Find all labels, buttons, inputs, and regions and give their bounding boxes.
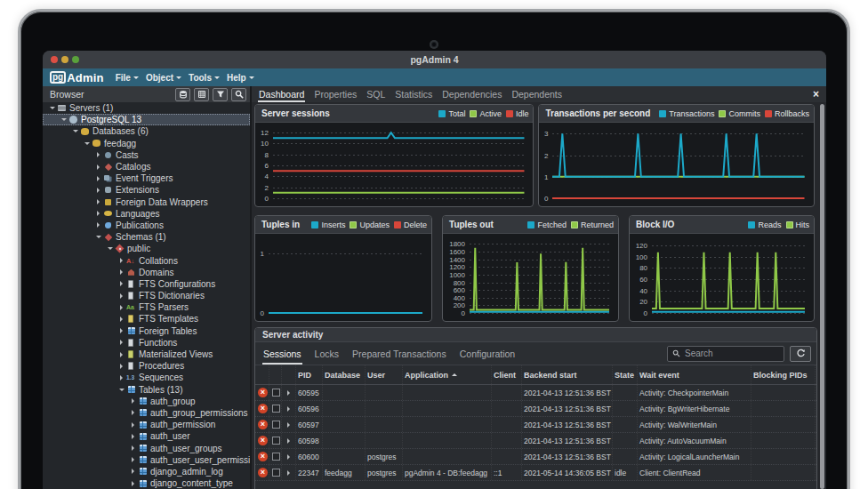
expand-row-icon[interactable]: [287, 422, 293, 428]
terminate-session-icon[interactable]: ×: [258, 468, 268, 477]
expand-row-icon[interactable]: [287, 454, 293, 460]
menu-tools[interactable]: Tools: [189, 73, 220, 83]
chevron-down-icon[interactable]: [96, 236, 101, 241]
chevron-right-icon[interactable]: [132, 481, 137, 486]
tree-item-extensions[interactable]: Extensions: [43, 184, 250, 196]
sa-tab-sessions[interactable]: Sessions: [262, 342, 302, 365]
tree-item-fts-parsers[interactable]: FTS Parsers: [43, 301, 250, 313]
col-application[interactable]: Application: [403, 365, 492, 384]
row-checkbox[interactable]: [272, 405, 280, 413]
terminate-session-icon[interactable]: ×: [258, 420, 268, 429]
tree-item-fts-dictionaries[interactable]: FTS Dictionaries: [43, 290, 250, 301]
search-input[interactable]: [685, 349, 779, 358]
chevron-right-icon[interactable]: [97, 211, 102, 216]
tree-item-languages[interactable]: Languages: [43, 208, 250, 220]
chevron-right-icon[interactable]: [120, 340, 125, 345]
tab-statistics[interactable]: Statistics: [394, 86, 433, 102]
expand-row-icon[interactable]: [287, 470, 293, 476]
chevron-right-icon[interactable]: [132, 469, 137, 474]
tree-item-databases-6-[interactable]: Databases (6): [43, 125, 250, 137]
row-checkbox[interactable]: [272, 421, 280, 429]
chevron-down-icon[interactable]: [108, 247, 113, 253]
tab-sql[interactable]: SQL: [366, 86, 386, 102]
search-box[interactable]: [667, 346, 784, 362]
chevron-right-icon[interactable]: [120, 375, 125, 381]
chevron-right-icon[interactable]: [97, 152, 102, 157]
tree-item-functions[interactable]: Functions: [43, 337, 250, 349]
chevron-right-icon[interactable]: [132, 422, 137, 428]
tab-dashboard[interactable]: Dashboard: [258, 86, 305, 102]
chevron-right-icon[interactable]: [120, 258, 125, 263]
close-panel-icon[interactable]: ×: [813, 86, 819, 102]
tree-item-auth-permission[interactable]: auth_permission: [43, 419, 250, 430]
chevron-right-icon[interactable]: [132, 445, 137, 451]
chevron-right-icon[interactable]: [97, 176, 102, 181]
tree-item-materialized-views[interactable]: Materialized Views: [43, 349, 250, 360]
col-database[interactable]: Database: [323, 365, 366, 384]
tree-item-fts-configurations[interactable]: FTS Configurations: [43, 278, 250, 290]
tree-item-sequences[interactable]: Sequences: [43, 372, 250, 383]
tree-item-schemas-1-[interactable]: Schemas (1): [43, 231, 250, 243]
menu-help[interactable]: Help: [227, 73, 254, 83]
session-row-60595[interactable]: ×605952021-04-13 12:51:36 BSTActivity: C…: [255, 385, 816, 401]
refresh-button[interactable]: [790, 346, 811, 362]
tree-item-procedures[interactable]: Procedures: [43, 360, 250, 372]
chevron-down-icon[interactable]: [84, 142, 90, 148]
col-client[interactable]: Client: [492, 365, 522, 384]
row-checkbox[interactable]: [272, 389, 280, 397]
tree-item-auth-group[interactable]: auth_group: [43, 396, 250, 407]
chevron-right-icon[interactable]: [120, 352, 125, 357]
session-row-60597[interactable]: ×605972021-04-13 12:51:36 BSTActivity: W…: [255, 417, 816, 433]
tree-item-public[interactable]: public: [43, 243, 250, 254]
chevron-right-icon[interactable]: [97, 199, 102, 204]
sa-tab-locks[interactable]: Locks: [314, 342, 340, 365]
tree-item-publications[interactable]: Publications: [43, 220, 250, 231]
col-pid[interactable]: PID: [296, 365, 323, 384]
tree-item-django-admin-log[interactable]: django_admin_log: [43, 466, 250, 477]
col-user[interactable]: User: [366, 365, 403, 384]
menu-file[interactable]: File: [116, 73, 139, 83]
tree-item-auth-user[interactable]: auth_user: [43, 430, 250, 442]
chevron-right-icon[interactable]: [97, 222, 102, 228]
row-checkbox[interactable]: [272, 469, 280, 477]
tree-item-event-triggers[interactable]: Event Triggers: [43, 172, 250, 184]
tab-properties[interactable]: Properties: [313, 86, 358, 102]
session-row-22347[interactable]: ×22347feedaggpostgrespgAdmin 4 - DB:feed…: [255, 465, 816, 481]
chevron-right-icon[interactable]: [97, 188, 102, 193]
col-blocking-pids[interactable]: Blocking PIDs: [751, 365, 816, 384]
terminate-session-icon[interactable]: ×: [258, 388, 268, 397]
chevron-right-icon[interactable]: [120, 305, 125, 310]
tree-item-auth-group-permissions[interactable]: auth_group_permissions: [43, 407, 250, 419]
tree-item-django-content-type[interactable]: django_content_type: [43, 477, 250, 489]
menu-object[interactable]: Object: [146, 73, 181, 83]
tree-item-tables-13-[interactable]: Tables (13): [43, 384, 250, 396]
chevron-right-icon[interactable]: [132, 398, 137, 404]
chevron-right-icon[interactable]: [120, 281, 125, 286]
tab-dependents[interactable]: Dependents: [510, 86, 563, 102]
database-stack-button[interactable]: [175, 88, 190, 101]
chevron-right-icon[interactable]: [132, 457, 137, 462]
tree-item-foreign-tables[interactable]: Foreign Tables: [43, 325, 250, 337]
row-checkbox[interactable]: [272, 453, 280, 461]
chevron-down-icon[interactable]: [119, 389, 125, 394]
chevron-right-icon[interactable]: [132, 410, 137, 415]
tree-item-auth-user-groups[interactable]: auth_user_groups: [43, 442, 250, 453]
sa-tab-configuration[interactable]: Configuration: [459, 342, 516, 365]
expand-row-icon[interactable]: [287, 390, 293, 396]
tree-item-feedagg[interactable]: feedagg: [43, 138, 250, 149]
chevron-right-icon[interactable]: [120, 269, 125, 275]
col-backend-start[interactable]: Backend start: [522, 365, 613, 384]
tree-item-auth-user-user-permissions[interactable]: auth_user_user_permissions: [43, 454, 250, 466]
tree-item-postgresql-13[interactable]: PostgreSQL 13: [43, 114, 250, 125]
session-row-60600[interactable]: ×60600postgres2021-04-13 12:51:36 BSTAct…: [255, 449, 816, 465]
chevron-right-icon[interactable]: [132, 434, 137, 439]
session-row-60596[interactable]: ×605962021-04-13 12:51:36 BSTActivity: B…: [255, 401, 816, 417]
dashboard-scrollbar[interactable]: [820, 104, 824, 489]
row-checkbox[interactable]: [272, 437, 280, 445]
chevron-down-icon[interactable]: [73, 130, 78, 135]
chevron-right-icon[interactable]: [120, 364, 125, 369]
tree-item-collations[interactable]: Collations: [43, 254, 250, 266]
col-state[interactable]: State: [613, 365, 638, 384]
search-button[interactable]: [231, 88, 246, 101]
sa-tab-prepared-transactions[interactable]: Prepared Transactions: [351, 342, 447, 365]
